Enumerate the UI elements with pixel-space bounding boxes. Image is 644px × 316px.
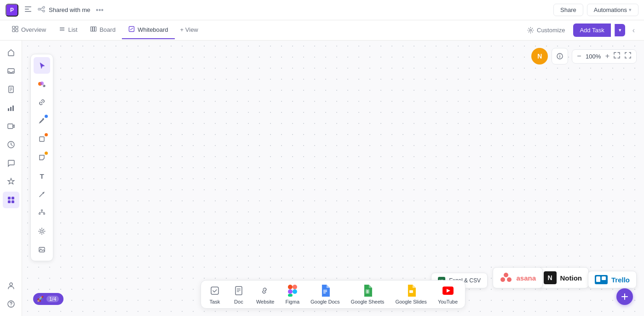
embed-tool-btn[interactable] xyxy=(34,76,50,92)
fullscreen-btn[interactable] xyxy=(623,52,632,61)
svg-rect-78 xyxy=(409,290,413,293)
board-icon xyxy=(90,26,97,34)
whiteboard-canvas[interactable]: T xyxy=(22,41,644,316)
google-docs-icon xyxy=(319,284,332,297)
canvas-info-btn[interactable] xyxy=(552,48,568,64)
nav-all-spaces[interactable] xyxy=(3,192,19,208)
rocket-icon: 🚀 xyxy=(37,296,44,302)
rect-dot xyxy=(45,133,48,136)
text-icon: T xyxy=(40,172,44,180)
svg-rect-31 xyxy=(8,197,11,199)
select-tool-btn[interactable] xyxy=(34,57,50,74)
youtube-logo xyxy=(442,287,453,295)
zoom-level: 100% xyxy=(584,53,603,60)
topbar: P Shared with me ••• Share Automations ▾ xyxy=(0,0,644,20)
nav-help[interactable] xyxy=(3,296,19,312)
google-docs-label: Google Docs xyxy=(310,299,340,304)
grid-icon xyxy=(12,26,18,32)
integration-figma[interactable]: Figma xyxy=(285,284,299,304)
customize-icon xyxy=(527,27,534,34)
image-tool-btn[interactable] xyxy=(34,241,50,258)
google-slides-icon xyxy=(405,284,418,297)
nav-media[interactable] xyxy=(3,118,19,135)
svg-rect-17 xyxy=(95,27,97,31)
arrow-tool-btn[interactable] xyxy=(34,186,50,203)
nav-chat[interactable] xyxy=(3,155,19,171)
org-tool-btn[interactable] xyxy=(34,205,50,221)
integration-task[interactable]: Task xyxy=(208,284,221,304)
notion-card[interactable]: N Notion xyxy=(537,267,589,288)
svg-point-55 xyxy=(504,273,508,277)
zoom-controls: − 100% + xyxy=(572,49,637,64)
integration-doc[interactable]: Doc xyxy=(232,284,245,304)
nav-inbox[interactable] xyxy=(3,63,19,79)
integration-google-slides[interactable]: Google Slides xyxy=(395,284,427,304)
video-icon xyxy=(7,122,15,130)
more-options-btn[interactable]: ••• xyxy=(94,5,105,15)
whiteboard-icon xyxy=(128,26,135,34)
toggle-sidebar-btn[interactable] xyxy=(22,3,34,17)
nav-dashboards[interactable] xyxy=(3,99,19,116)
integration-youtube[interactable]: YouTube xyxy=(438,284,458,304)
svg-rect-69 xyxy=(288,294,293,297)
org-chart-icon xyxy=(38,209,46,217)
link-icon xyxy=(38,99,46,106)
integration-google-docs[interactable]: Google Docs xyxy=(310,284,340,304)
ai-tool-btn[interactable] xyxy=(34,223,50,240)
gsheets-logo xyxy=(363,285,372,297)
zoom-out-btn[interactable]: − xyxy=(576,52,582,60)
star-icon xyxy=(7,177,15,186)
notion-logo: N xyxy=(544,271,557,284)
svg-point-57 xyxy=(507,277,512,282)
add-task-button[interactable]: Add Task xyxy=(573,23,610,37)
doc-label: Doc xyxy=(234,299,243,304)
zoom-in-btn[interactable]: + xyxy=(604,52,610,60)
svg-rect-68 xyxy=(288,289,293,294)
asana-card[interactable]: asana xyxy=(493,267,543,288)
integration-website[interactable]: Website xyxy=(256,284,275,304)
tab-overview[interactable]: Overview xyxy=(6,21,52,39)
breadcrumb-label: Shared with me xyxy=(49,6,90,13)
task-check-icon xyxy=(210,286,220,296)
embed-icon xyxy=(38,80,46,88)
tab-board[interactable]: Board xyxy=(84,21,122,39)
customize-button[interactable]: Customize xyxy=(523,24,569,36)
sticky-tool-btn[interactable] xyxy=(34,149,50,166)
sticky-dot xyxy=(45,152,48,155)
nav-docs[interactable] xyxy=(3,81,19,98)
link-tool-btn[interactable] xyxy=(34,94,50,111)
create-item-btn[interactable] xyxy=(616,288,633,305)
fit-view-btn[interactable] xyxy=(612,52,621,61)
svg-rect-10 xyxy=(12,29,15,32)
add-task-chevron[interactable]: ▾ xyxy=(615,24,625,36)
rect-tool-btn[interactable] xyxy=(34,131,50,147)
add-view-tab[interactable]: + View xyxy=(175,23,204,38)
user-avatar-btn[interactable]: P xyxy=(6,4,18,17)
trello-card[interactable]: Trello xyxy=(588,271,637,288)
figma-label: Figma xyxy=(285,299,299,304)
pen-tool-btn[interactable] xyxy=(34,112,50,129)
automations-button[interactable]: Automations ▾ xyxy=(587,4,638,16)
svg-rect-33 xyxy=(8,200,11,203)
customize-label: Customize xyxy=(537,27,565,34)
getting-started-btn[interactable]: 🚀 1/4 xyxy=(33,293,63,305)
tab-more-btn[interactable]: ‹ xyxy=(629,24,638,36)
share-button[interactable]: Share xyxy=(553,4,583,16)
nav-home[interactable] xyxy=(3,44,19,61)
nav-user[interactable] xyxy=(3,277,19,294)
canvas-controls: N − 100% + xyxy=(531,48,637,64)
image-icon xyxy=(38,246,46,253)
nav-recents[interactable] xyxy=(3,136,19,153)
text-tool-btn[interactable]: T xyxy=(34,168,50,184)
tab-list[interactable]: List xyxy=(52,21,84,39)
nav-favorites[interactable] xyxy=(3,173,19,190)
tab-whiteboard[interactable]: Whiteboard xyxy=(122,21,174,39)
left-nav xyxy=(0,41,22,316)
integration-google-sheets[interactable]: Google Sheets xyxy=(351,284,385,304)
cursor-icon xyxy=(38,62,46,69)
pen-dot xyxy=(45,115,48,118)
chat-icon xyxy=(7,159,15,167)
notion-label: Notion xyxy=(560,274,582,282)
clock-icon xyxy=(7,140,15,149)
overview-icon xyxy=(12,26,18,34)
